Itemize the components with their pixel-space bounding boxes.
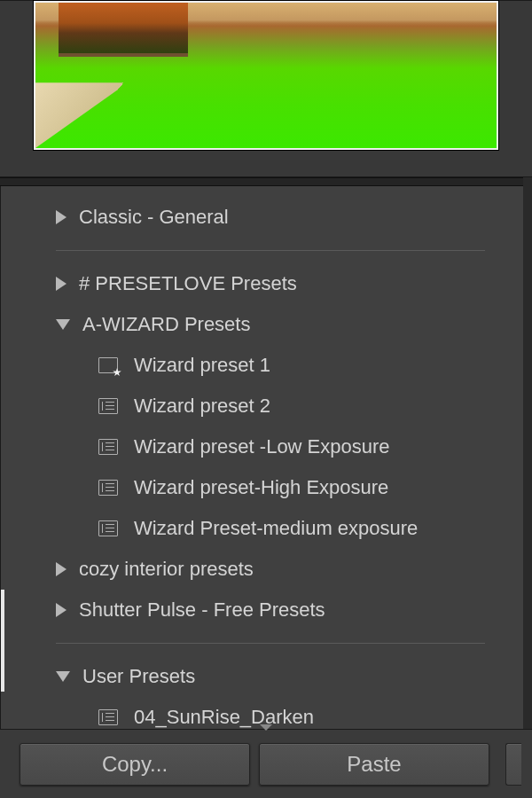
presets-panel: Classic - General # PRESETLOVE Presets A… (0, 186, 532, 729)
preset-folder-awizard[interactable]: A-WIZARD Presets (56, 304, 531, 345)
paste-button-label: Paste (347, 752, 401, 777)
paste-button[interactable]: Paste (259, 743, 489, 786)
preset-item[interactable]: Wizard preset 2 (1, 386, 531, 426)
preset-label: 04_SunRise_Darken (134, 706, 314, 729)
preset-folder-cozy-interior[interactable]: cozy interior presets (56, 549, 531, 590)
preset-label: Wizard Preset-medium exposure (134, 517, 418, 540)
preset-group: cozy interior presets Shutter Pulse - Fr… (1, 549, 531, 630)
section-divider (56, 643, 485, 644)
preset-group: Classic - General (1, 197, 531, 238)
preset-icon (98, 480, 118, 496)
preset-item[interactable]: Wizard preset-High Exposure (1, 467, 531, 508)
preset-folder-label: A-WIZARD Presets (82, 313, 250, 336)
section-divider (56, 250, 485, 251)
preset-folder-classic-general[interactable]: Classic - General (56, 197, 531, 238)
preset-folder-user-presets[interactable]: User Presets (56, 656, 531, 697)
copy-button[interactable]: Copy... (20, 743, 250, 786)
preset-label: Wizard preset -Low Exposure (134, 435, 390, 458)
lightroom-left-panel: Classic - General # PRESETLOVE Presets A… (0, 0, 532, 798)
preset-label: Wizard preset 2 (134, 395, 270, 418)
preset-folder-presetlove[interactable]: # PRESETLOVE Presets (56, 263, 531, 304)
preview-thumbnail[interactable] (34, 1, 498, 150)
preset-item[interactable]: Wizard Preset-medium exposure (1, 508, 531, 549)
bottom-button-bar: Copy... Paste (0, 729, 532, 798)
right-gutter (523, 177, 532, 729)
preset-icon (98, 439, 118, 455)
adjacent-button-edge[interactable] (505, 743, 521, 786)
disclosure-triangle-icon (56, 319, 70, 330)
preset-icon (98, 357, 118, 373)
preset-icon (98, 520, 118, 536)
preset-folder-label: # PRESETLOVE Presets (79, 272, 297, 295)
preset-item[interactable]: Wizard preset -Low Exposure (1, 426, 531, 467)
preset-folder-label: Classic - General (79, 206, 229, 229)
preset-group: User Presets (1, 656, 531, 697)
preset-icon (98, 709, 118, 725)
disclosure-triangle-icon (56, 562, 66, 576)
preset-label: Wizard preset-High Exposure (134, 476, 388, 499)
disclosure-triangle-icon (56, 603, 66, 617)
preset-group: # PRESETLOVE Presets A-WIZARD Presets (1, 263, 531, 345)
preset-item[interactable]: Wizard preset 1 (1, 345, 531, 386)
preview-image (35, 3, 497, 148)
disclosure-triangle-icon (56, 671, 70, 682)
preset-folder-shutter-pulse[interactable]: Shutter Pulse - Free Presets (56, 590, 531, 630)
scroll-indicator (1, 590, 4, 692)
preset-folder-label: cozy interior presets (79, 558, 254, 581)
copy-button-label: Copy... (102, 752, 168, 777)
preset-icon (98, 398, 118, 414)
disclosure-triangle-icon (56, 277, 66, 291)
preset-folder-label: User Presets (82, 665, 195, 688)
preset-label: Wizard preset 1 (134, 354, 270, 377)
panel-divider (0, 177, 532, 186)
navigator-thumbnail-area (0, 0, 532, 177)
preset-folder-label: Shutter Pulse - Free Presets (79, 598, 325, 622)
disclosure-triangle-icon (56, 210, 66, 224)
